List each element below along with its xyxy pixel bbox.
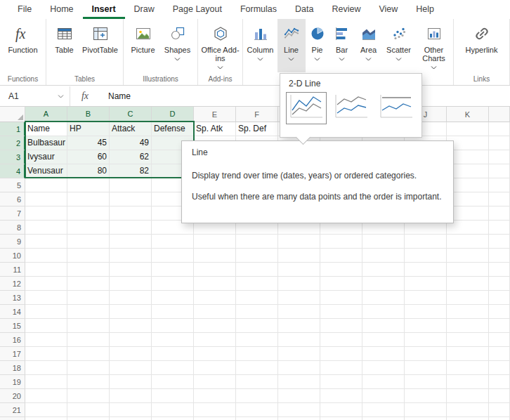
- cell-K10[interactable]: [447, 249, 489, 263]
- dropdown-option-3[interactable]: [376, 92, 417, 124]
- cell-B17[interactable]: [67, 347, 110, 361]
- cell-D20[interactable]: [152, 389, 194, 403]
- cell-A13[interactable]: [25, 291, 67, 305]
- cell-B3[interactable]: 60: [67, 150, 110, 164]
- cell-H13[interactable]: [320, 291, 362, 305]
- cell-C15[interactable]: [110, 319, 152, 333]
- menu-tab-draw[interactable]: Draw: [125, 0, 164, 19]
- cell-C2[interactable]: 49: [110, 136, 152, 150]
- cell-E17[interactable]: [194, 347, 236, 361]
- row-header-6[interactable]: 6: [0, 192, 25, 206]
- cell-A21[interactable]: [25, 403, 67, 417]
- cell-J13[interactable]: [405, 291, 447, 305]
- cell-F13[interactable]: [236, 291, 278, 305]
- cell-K16[interactable]: [447, 333, 489, 347]
- cell-A7[interactable]: [25, 206, 67, 221]
- cell-J16[interactable]: [405, 333, 447, 347]
- cell-G15[interactable]: [278, 319, 320, 333]
- cell-B5[interactable]: [67, 178, 110, 192]
- row-header-14[interactable]: 14: [0, 305, 25, 319]
- cell-B13[interactable]: [67, 291, 110, 305]
- cell-G10[interactable]: [278, 249, 320, 263]
- menu-tab-review[interactable]: Review: [322, 0, 370, 19]
- row-header-12[interactable]: 12: [0, 277, 25, 291]
- cell-B16[interactable]: [67, 333, 110, 347]
- cell-C11[interactable]: [110, 263, 152, 277]
- cell-F10[interactable]: [236, 249, 278, 263]
- formula-input[interactable]: Name: [100, 91, 131, 101]
- cell-C5[interactable]: [110, 178, 152, 192]
- row-header-1[interactable]: 1: [0, 122, 25, 136]
- ribbon-button-line[interactable]: Line: [277, 19, 306, 72]
- cell-I19[interactable]: [362, 375, 405, 389]
- ribbon-button-picture[interactable]: Picture: [126, 19, 160, 72]
- column-header-K[interactable]: K: [447, 107, 489, 122]
- cell-H10[interactable]: [320, 249, 362, 263]
- cell-G14[interactable]: [278, 305, 320, 319]
- cell-H22[interactable]: [320, 417, 362, 420]
- cell-B6[interactable]: [67, 192, 110, 206]
- cell-C17[interactable]: [110, 347, 152, 361]
- ribbon-button-column[interactable]: Column: [244, 19, 277, 72]
- row-header-18[interactable]: 18: [0, 361, 25, 375]
- cell-B18[interactable]: [67, 361, 110, 375]
- cell-F20[interactable]: [236, 389, 278, 403]
- menu-tab-data[interactable]: Data: [286, 0, 322, 19]
- cell-C14[interactable]: [110, 305, 152, 319]
- cell-A6[interactable]: [25, 192, 67, 206]
- cell-C4[interactable]: 82: [110, 164, 152, 178]
- cell-I13[interactable]: [362, 291, 405, 305]
- cell-E13[interactable]: [194, 291, 236, 305]
- cell-E10[interactable]: [194, 249, 236, 263]
- cell-B4[interactable]: 80: [67, 164, 110, 178]
- cell-E21[interactable]: [194, 403, 236, 417]
- cell-E12[interactable]: [194, 277, 236, 291]
- cell-F17[interactable]: [236, 347, 278, 361]
- cell-H14[interactable]: [320, 305, 362, 319]
- cell-D10[interactable]: [152, 249, 194, 263]
- cell-D15[interactable]: [152, 319, 194, 333]
- cell-J20[interactable]: [405, 389, 447, 403]
- cell-K22[interactable]: [447, 417, 489, 420]
- cell-C8[interactable]: [110, 221, 152, 235]
- cell-K17[interactable]: [447, 347, 489, 361]
- cell-G17[interactable]: [278, 347, 320, 361]
- cell-K1[interactable]: [447, 122, 489, 136]
- cell-K13[interactable]: [447, 291, 489, 305]
- dropdown-option-1[interactable]: [286, 92, 327, 124]
- cell-J19[interactable]: [405, 375, 447, 389]
- cell-A9[interactable]: [25, 235, 67, 249]
- cell-E16[interactable]: [194, 333, 236, 347]
- cell-I9[interactable]: [362, 235, 405, 249]
- cell-A14[interactable]: [25, 305, 67, 319]
- name-box[interactable]: A1: [0, 86, 70, 106]
- column-header-D[interactable]: D: [152, 107, 194, 122]
- cell-I17[interactable]: [362, 347, 405, 361]
- cell-D18[interactable]: [152, 361, 194, 375]
- cell-K14[interactable]: [447, 305, 489, 319]
- cell-J10[interactable]: [405, 249, 447, 263]
- cell-D14[interactable]: [152, 305, 194, 319]
- cell-A18[interactable]: [25, 361, 67, 375]
- cell-A12[interactable]: [25, 277, 67, 291]
- cell-C19[interactable]: [110, 375, 152, 389]
- column-header-E[interactable]: E: [194, 107, 236, 122]
- column-header-F[interactable]: F: [236, 107, 278, 122]
- cell-C10[interactable]: [110, 249, 152, 263]
- cell-K19[interactable]: [447, 375, 489, 389]
- cell-B2[interactable]: 45: [67, 136, 110, 150]
- cell-A20[interactable]: [25, 389, 67, 403]
- ribbon-button-area[interactable]: Area: [355, 19, 383, 72]
- cell-I14[interactable]: [362, 305, 405, 319]
- cell-E19[interactable]: [194, 375, 236, 389]
- cell-K21[interactable]: [447, 403, 489, 417]
- cell-F12[interactable]: [236, 277, 278, 291]
- cell-E22[interactable]: [194, 417, 236, 420]
- cell-K12[interactable]: [447, 277, 489, 291]
- cell-D19[interactable]: [152, 375, 194, 389]
- cell-K11[interactable]: [447, 263, 489, 277]
- cell-J17[interactable]: [405, 347, 447, 361]
- row-header-17[interactable]: 17: [0, 347, 25, 361]
- cell-K9[interactable]: [447, 235, 489, 249]
- cell-B1[interactable]: HP: [67, 122, 110, 136]
